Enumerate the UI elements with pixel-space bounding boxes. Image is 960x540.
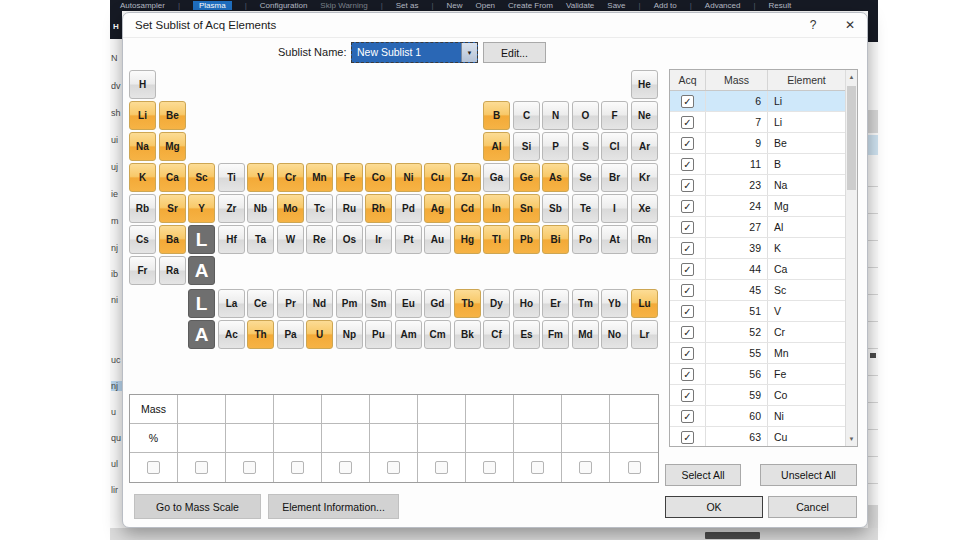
element-cell-Pm[interactable]: Pm <box>336 289 363 318</box>
column-header-element[interactable]: Element <box>768 70 845 90</box>
element-cell-Te[interactable]: Te <box>572 194 599 223</box>
element-cell-Nb[interactable]: Nb <box>247 194 274 223</box>
element-cell-Sb[interactable]: Sb <box>542 194 569 223</box>
element-cell-Eu[interactable]: Eu <box>395 289 422 318</box>
column-header-acq[interactable]: Acq <box>670 70 706 90</box>
element-cell-Cr[interactable]: Cr <box>277 163 304 192</box>
element-cell-B[interactable]: B <box>483 101 510 130</box>
element-cell-Pt[interactable]: Pt <box>395 225 422 254</box>
element-cell-Br[interactable]: Br <box>601 163 628 192</box>
element-cell-Rn[interactable]: Rn <box>631 225 658 254</box>
table-row[interactable]: ✓56Fe <box>670 364 857 385</box>
element-cell-V[interactable]: V <box>247 163 274 192</box>
element-cell-Fr[interactable]: Fr <box>129 256 156 285</box>
element-cell-Co[interactable]: Co <box>365 163 392 192</box>
element-cell-C[interactable]: C <box>513 101 540 130</box>
element-cell-Cf[interactable]: Cf <box>483 320 510 349</box>
element-cell-Ca[interactable]: Ca <box>159 163 186 192</box>
cancel-button[interactable]: Cancel <box>768 496 857 518</box>
scrollbar[interactable]: ▲ ▼ <box>845 70 857 446</box>
element-cell-Am[interactable]: Am <box>395 320 422 349</box>
element-cell-Ra[interactable]: Ra <box>159 256 186 285</box>
acq-checkbox[interactable]: ✓ <box>681 347 694 360</box>
element-cell-Dy[interactable]: Dy <box>483 289 510 318</box>
close-icon[interactable]: ✕ <box>839 13 861 37</box>
element-cell-Bk[interactable]: Bk <box>454 320 481 349</box>
element-cell-Pd[interactable]: Pd <box>395 194 422 223</box>
acq-checkbox[interactable]: ✓ <box>681 305 694 318</box>
element-cell-F[interactable]: F <box>601 101 628 130</box>
element-cell-Y[interactable]: Y <box>188 194 215 223</box>
element-cell-Tl[interactable]: Tl <box>483 225 510 254</box>
sublist-name-combobox[interactable]: New Sublist 1 ▼ <box>351 42 478 63</box>
help-button[interactable]: ? <box>803 13 823 37</box>
menu-item-save[interactable]: Save <box>607 1 625 10</box>
scroll-down-icon[interactable]: ▼ <box>846 436 857 442</box>
table-row[interactable]: ✓55Mn <box>670 343 857 364</box>
acq-checkbox[interactable]: ✓ <box>681 242 694 255</box>
element-information-button[interactable]: Element Information... <box>268 494 399 519</box>
element-cell-Sc[interactable]: Sc <box>188 163 215 192</box>
element-cell-Ta[interactable]: Ta <box>247 225 274 254</box>
element-cell-Pb[interactable]: Pb <box>513 225 540 254</box>
edit-button[interactable]: Edit... <box>483 42 546 63</box>
element-cell-No[interactable]: No <box>601 320 628 349</box>
element-cell-Al[interactable]: Al <box>483 132 510 161</box>
menu-item-open[interactable]: Open <box>476 1 496 10</box>
element-cell-At[interactable]: At <box>601 225 628 254</box>
element-cell-Li[interactable]: Li <box>129 101 156 130</box>
table-row[interactable]: ✓27Al <box>670 217 857 238</box>
table-row[interactable]: ✓51V <box>670 301 857 322</box>
acq-checkbox[interactable]: ✓ <box>681 116 694 129</box>
acq-checkbox[interactable]: ✓ <box>681 368 694 381</box>
table-row[interactable]: ✓60Ni <box>670 406 857 427</box>
unselect-all-button[interactable]: Unselect All <box>760 464 857 486</box>
element-cell-Sn[interactable]: Sn <box>513 194 540 223</box>
acq-checkbox[interactable]: ✓ <box>681 137 694 150</box>
element-cell-Ag[interactable]: Ag <box>424 194 451 223</box>
element-cell-Ho[interactable]: Ho <box>513 289 540 318</box>
mass-checkbox[interactable] <box>531 461 544 474</box>
element-cell-Fm[interactable]: Fm <box>542 320 569 349</box>
element-cell-Hf[interactable]: Hf <box>218 225 245 254</box>
menu-item-plasma[interactable]: Plasma <box>193 1 232 10</box>
table-row[interactable]: ✓11B <box>670 154 857 175</box>
element-cell-Ce[interactable]: Ce <box>247 289 274 318</box>
element-cell-O[interactable]: O <box>572 101 599 130</box>
element-cell-Tb[interactable]: Tb <box>454 289 481 318</box>
menu-item-configuration[interactable]: Configuration <box>260 1 308 10</box>
mass-checkbox[interactable] <box>435 461 448 474</box>
element-cell-Tm[interactable]: Tm <box>572 289 599 318</box>
element-cell-Pa[interactable]: Pa <box>277 320 304 349</box>
element-cell-K[interactable]: K <box>129 163 156 192</box>
element-cell-Nd[interactable]: Nd <box>306 289 333 318</box>
table-row[interactable]: ✓9Be <box>670 133 857 154</box>
element-cell-Th[interactable]: Th <box>247 320 274 349</box>
mass-checkbox[interactable] <box>339 461 352 474</box>
table-row[interactable]: ✓23Na <box>670 175 857 196</box>
table-row[interactable]: ✓24Mg <box>670 196 857 217</box>
element-cell-Ru[interactable]: Ru <box>336 194 363 223</box>
element-cell-Lr[interactable]: Lr <box>631 320 658 349</box>
element-cell-Tc[interactable]: Tc <box>306 194 333 223</box>
element-cell-La[interactable]: La <box>218 289 245 318</box>
ok-button[interactable]: OK <box>665 496 763 518</box>
acq-checkbox[interactable]: ✓ <box>681 158 694 171</box>
mass-checkbox[interactable] <box>579 461 592 474</box>
menu-item-autosampler[interactable]: Autosampler <box>120 1 165 10</box>
acq-checkbox[interactable]: ✓ <box>681 389 694 402</box>
element-cell-Rb[interactable]: Rb <box>129 194 156 223</box>
element-cell-Sm[interactable]: Sm <box>365 289 392 318</box>
element-cell-Md[interactable]: Md <box>572 320 599 349</box>
element-cell-Mn[interactable]: Mn <box>306 163 333 192</box>
element-cell-Ar[interactable]: Ar <box>631 132 658 161</box>
mass-checkbox[interactable] <box>628 461 641 474</box>
element-cell-Es[interactable]: Es <box>513 320 540 349</box>
element-cell-Rh[interactable]: Rh <box>365 194 392 223</box>
element-cell-Zn[interactable]: Zn <box>454 163 481 192</box>
scroll-up-icon[interactable]: ▲ <box>846 74 857 80</box>
mass-checkbox[interactable] <box>291 461 304 474</box>
menu-item-validate[interactable]: Validate <box>566 1 594 10</box>
element-cell-Os[interactable]: Os <box>336 225 363 254</box>
element-cell-Cl[interactable]: Cl <box>601 132 628 161</box>
